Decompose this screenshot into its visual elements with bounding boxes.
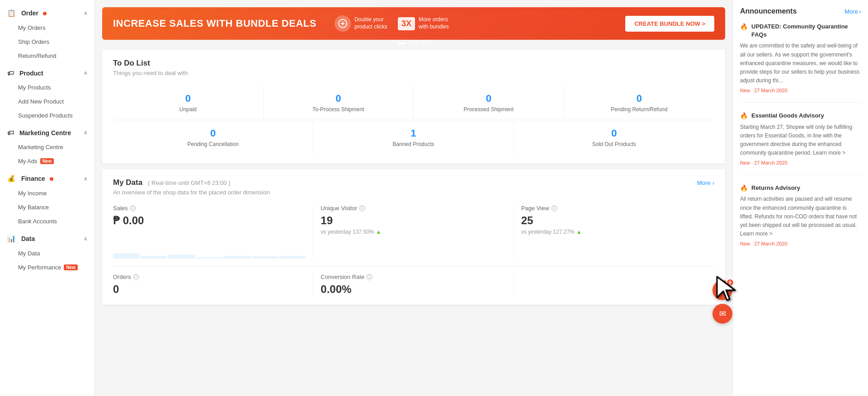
my-data-header: My Data ( Real-time until GMT+8 23:00 ) … bbox=[113, 178, 714, 187]
sidebar-section-header-order[interactable]: 📋 Order ∧ bbox=[0, 5, 94, 21]
sidebar-section-label-data: Data bbox=[21, 235, 35, 242]
data-icon: 📊 bbox=[7, 235, 16, 242]
announcement-item-2[interactable]: 🔥 Essential Goods Advisory Starting Marc… bbox=[740, 112, 861, 175]
todo-label-banned-products: Banned Products bbox=[319, 141, 508, 147]
metric-value-conversion-rate: 0.00% bbox=[321, 283, 513, 296]
data-chevron: ∧ bbox=[84, 236, 87, 242]
banner-3x-badge: 3X bbox=[398, 17, 415, 30]
announcement-title-2: Essential Goods Advisory bbox=[751, 112, 824, 120]
order-badge-dot bbox=[43, 12, 47, 15]
banner-feature-text-2: More orders with bundles bbox=[419, 16, 455, 30]
metric-section-page-view: Page View ⓘ 25 vs yesterday 127.27% ▲ bbox=[514, 205, 714, 259]
my-data-metrics-row2: Orders ⓘ 0 Conversion Rate ⓘ 0.00% bbox=[113, 266, 714, 296]
my-data-subtitle: An overview of the shop data for the pla… bbox=[113, 189, 714, 196]
announcements-title: Announcements bbox=[740, 7, 797, 15]
order-chevron: ∧ bbox=[84, 10, 87, 16]
todo-cell-pending-return[interactable]: 0 Pending Return/Refund bbox=[564, 85, 715, 120]
conversion-rate-info-icon[interactable]: ⓘ bbox=[366, 274, 373, 280]
metric-value-orders: 0 bbox=[113, 283, 306, 296]
chat-widget-button[interactable]: 💬 8 bbox=[712, 280, 732, 300]
todo-cell-to-process-shipment[interactable]: 0 To-Process Shipment bbox=[264, 85, 414, 120]
metric-label-page-view: Page View ⓘ bbox=[521, 205, 707, 212]
sidebar-section-header-product[interactable]: 🏷 Product ∧ bbox=[0, 65, 94, 80]
banner-dot-2 bbox=[409, 42, 418, 44]
bundle-deals-banner[interactable]: INCREASE SALES WITH BUNDLE DEALS Double … bbox=[102, 7, 725, 40]
todo-grid-top: 0 Unpaid 0 To-Process Shipment 0 Process… bbox=[113, 85, 714, 120]
marketing-chevron: ∧ bbox=[84, 130, 87, 136]
todo-grid-bottom: 0 Pending Cancellation 1 Banned Products… bbox=[113, 120, 714, 155]
my-data-more-link[interactable]: More › bbox=[697, 179, 714, 186]
sidebar-section-header-finance[interactable]: 💰 Finance ∧ bbox=[0, 170, 94, 186]
orders-info-icon[interactable]: ⓘ bbox=[133, 274, 139, 280]
todo-label-pending-cancellation: Pending Cancellation bbox=[118, 141, 307, 147]
more-chevron-icon: › bbox=[712, 179, 714, 186]
todo-label-unpaid: Unpaid bbox=[118, 106, 258, 113]
my-data-title: My Data bbox=[113, 178, 142, 187]
sales-info-icon[interactable]: ⓘ bbox=[130, 205, 136, 212]
product-chevron: ∧ bbox=[84, 70, 87, 76]
metric-label-sales: Sales ⓘ bbox=[113, 205, 306, 212]
todo-cell-sold-out[interactable]: 0 Sold Out Products bbox=[514, 120, 714, 155]
sidebar-item-my-ads[interactable]: My Ads New bbox=[0, 154, 94, 168]
page-view-info-icon[interactable]: ⓘ bbox=[551, 205, 557, 212]
todo-cell-banned-products[interactable]: 1 Banned Products bbox=[313, 120, 514, 155]
announcement-header-3: 🔥 Returns Advisory bbox=[740, 184, 861, 192]
announcements-chevron-icon: › bbox=[859, 8, 861, 15]
unique-visitor-up-icon: ▲ bbox=[376, 229, 381, 235]
sidebar-item-my-balance[interactable]: My Balance bbox=[0, 200, 94, 214]
todo-label-processed-shipment: Processed Shipment bbox=[419, 106, 558, 113]
todo-cell-unpaid[interactable]: 0 Unpaid bbox=[113, 85, 264, 120]
metric-section-orders: Orders ⓘ 0 bbox=[113, 273, 313, 296]
sidebar-item-add-new-product[interactable]: Add New Product bbox=[0, 94, 94, 108]
banner-feature-icon-1 bbox=[335, 15, 351, 32]
mail-widget-button[interactable]: ✉ bbox=[712, 304, 732, 324]
sidebar-section-header-marketing[interactable]: 🏷 Marketing Centre ∧ bbox=[0, 124, 94, 140]
sidebar-section-header-data[interactable]: 📊 Data ∧ bbox=[0, 230, 94, 246]
todo-cell-processed-shipment[interactable]: 0 Processed Shipment bbox=[414, 85, 564, 120]
marketing-icon: 🏷 bbox=[7, 129, 14, 137]
todo-value-processed-shipment: 0 bbox=[419, 93, 558, 104]
announcement-item-1[interactable]: 🔥 UPDATED: Community Quarantine FAQs We … bbox=[740, 23, 861, 103]
sidebar-item-suspended-products[interactable]: Suspended Products bbox=[0, 108, 94, 123]
metric-value-unique-visitor: 19 bbox=[321, 214, 506, 227]
todo-value-pending-return: 0 bbox=[570, 93, 709, 104]
my-data-metrics: Sales ⓘ ₱ 0.00 Unique Visitor bbox=[113, 205, 714, 259]
todo-label-to-process-shipment: To-Process Shipment bbox=[269, 106, 408, 113]
announcement-body-1: We are committed to the safety and well-… bbox=[740, 42, 861, 85]
metric-section-conversion-rate: Conversion Rate ⓘ 0.00% bbox=[313, 273, 514, 296]
sidebar-section-label-finance: Finance bbox=[21, 175, 45, 182]
sidebar-item-my-products[interactable]: My Products bbox=[0, 80, 94, 94]
announcement-item-3[interactable]: 🔥 Returns Advisory All return activities… bbox=[740, 184, 861, 255]
todo-value-unpaid: 0 bbox=[118, 93, 258, 104]
sidebar-item-marketing-centre[interactable]: Marketing Centre bbox=[0, 140, 94, 154]
sidebar-item-my-performance[interactable]: My Performance New bbox=[0, 260, 94, 274]
metric-label-conversion-rate: Conversion Rate ⓘ bbox=[321, 273, 513, 280]
chart-bar-7 bbox=[279, 256, 306, 259]
sidebar-item-return-refund[interactable]: Return/Refund bbox=[0, 49, 94, 63]
sidebar-section-label-marketing: Marketing Centre bbox=[19, 129, 71, 137]
announcement-title-1: UPDATED: Community Quarantine FAQs bbox=[751, 23, 861, 39]
announcement-meta-2: New · 27 March 2020 bbox=[740, 160, 861, 165]
announcements-more-link[interactable]: More › bbox=[844, 8, 861, 15]
sidebar-item-bank-accounts[interactable]: Bank Accounts bbox=[0, 214, 94, 228]
todo-cell-pending-cancellation[interactable]: 0 Pending Cancellation bbox=[113, 120, 313, 155]
sidebar-item-my-income[interactable]: My Income bbox=[0, 186, 94, 200]
sidebar-section-product: 🏷 Product ∧ My Products Add New Product … bbox=[0, 65, 94, 123]
metric-section-unique-visitor: Unique Visitor ⓘ 19 vs yesterday 137.50%… bbox=[313, 205, 514, 259]
page-view-up-icon: ▲ bbox=[576, 229, 582, 235]
sidebar-section-label-product: Product bbox=[19, 70, 43, 77]
sidebar-item-my-data[interactable]: My Data bbox=[0, 246, 94, 260]
unique-visitor-info-icon[interactable]: ⓘ bbox=[359, 205, 365, 212]
sidebar-item-my-orders[interactable]: My Orders bbox=[0, 21, 94, 35]
floating-widgets: 💬 8 ✉ bbox=[712, 280, 732, 324]
announcement-header-2: 🔥 Essential Goods Advisory bbox=[740, 112, 861, 120]
todo-value-sold-out: 0 bbox=[519, 127, 709, 139]
announcement-header-1: 🔥 UPDATED: Community Quarantine FAQs bbox=[740, 23, 861, 39]
metric-section-sales: Sales ⓘ ₱ 0.00 bbox=[113, 205, 313, 259]
sidebar-section-data: 📊 Data ∧ My Data My Performance New bbox=[0, 230, 94, 274]
announcement-body-3: All return activities are paused and wil… bbox=[740, 195, 861, 238]
finance-badge-dot bbox=[50, 177, 53, 181]
sidebar-item-ship-orders[interactable]: Ship Orders bbox=[0, 35, 94, 49]
create-bundle-button[interactable]: CREATE BUNDLE NOW > bbox=[625, 16, 714, 32]
banner-features: Double your product clicks 3X More order… bbox=[335, 15, 455, 32]
